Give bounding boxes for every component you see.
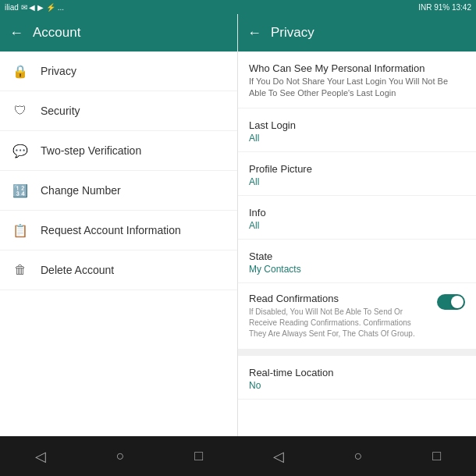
right-content: Who Can See My Personal Information If Y… bbox=[238, 52, 476, 436]
right-panel-title: Privacy bbox=[271, 25, 314, 41]
realtime-location-value: No bbox=[249, 380, 465, 391]
nav-home-button[interactable]: ○ bbox=[104, 442, 137, 471]
left-header: ← Account bbox=[0, 14, 237, 52]
sidebar-item-two-step[interactable]: 💬 Two-step Verification bbox=[0, 131, 237, 171]
nav-home-button-2[interactable]: ○ bbox=[342, 442, 375, 471]
read-confirmations-desc: If Disabled, You Will Not Be Able To Sen… bbox=[249, 307, 429, 339]
two-step-label: Two-step Verification bbox=[41, 144, 141, 157]
info-title: Info bbox=[249, 207, 465, 218]
nav-recent-button-2[interactable]: □ bbox=[420, 442, 453, 471]
last-login-title: Last Login bbox=[249, 119, 465, 131]
read-confirmations-title: Read Confirmations bbox=[249, 293, 429, 304]
profile-picture-section[interactable]: Profile Picture All bbox=[238, 152, 476, 196]
privacy-label: Privacy bbox=[41, 65, 76, 77]
request-info-label: Request Account Information bbox=[41, 224, 181, 236]
sidebar-item-change-number[interactable]: 🔢 Change Number bbox=[0, 171, 237, 211]
nav-back-button[interactable]: ◁ bbox=[23, 442, 59, 471]
security-icon: 🛡 bbox=[11, 101, 30, 120]
two-step-icon: 💬 bbox=[11, 141, 30, 160]
left-menu: 🔒 Privacy 🛡 Security 💬 Two-step Verifica… bbox=[0, 52, 237, 436]
right-back-button[interactable]: ← bbox=[247, 25, 261, 41]
main-container: ← Account 🔒 Privacy 🛡 Security 💬 Two-ste… bbox=[0, 14, 476, 436]
info-value: All bbox=[249, 220, 465, 231]
delete-account-label: Delete Account bbox=[41, 264, 114, 276]
right-panel: ← Privacy Who Can See My Personal Inform… bbox=[238, 14, 476, 436]
realtime-location-title: Real-time Location bbox=[249, 367, 465, 378]
last-login-section[interactable]: Last Login All bbox=[238, 108, 476, 152]
nav-back-button-2[interactable]: ◁ bbox=[261, 442, 297, 471]
profile-picture-value: All bbox=[249, 176, 465, 187]
read-confirmations-toggle[interactable] bbox=[437, 294, 465, 310]
left-panel: ← Account 🔒 Privacy 🛡 Security 💬 Two-ste… bbox=[0, 14, 238, 436]
status-right: INR 91% 13:42 bbox=[418, 3, 471, 12]
profile-picture-title: Profile Picture bbox=[249, 163, 465, 175]
security-label: Security bbox=[41, 105, 80, 117]
left-panel-title: Account bbox=[33, 25, 80, 41]
sidebar-item-security[interactable]: 🛡 Security bbox=[0, 91, 237, 131]
last-login-value: All bbox=[249, 133, 465, 144]
realtime-location-section[interactable]: Real-time Location No bbox=[238, 356, 476, 400]
read-confirmations-row[interactable]: Read Confirmations If Disabled, You Will… bbox=[238, 283, 476, 350]
delete-account-icon: 🗑 bbox=[11, 261, 30, 279]
change-number-icon: 🔢 bbox=[11, 181, 30, 200]
bottom-nav: ◁ ○ □ ◁ ○ □ bbox=[0, 436, 476, 476]
request-info-icon: 📋 bbox=[11, 221, 30, 240]
sidebar-item-privacy[interactable]: 🔒 Privacy bbox=[0, 52, 237, 91]
nav-recent-button[interactable]: □ bbox=[182, 442, 215, 471]
state-title: State bbox=[249, 250, 465, 262]
status-left: iliad ✉ ◀ ▶ ⚡ ... bbox=[5, 3, 64, 12]
left-back-button[interactable]: ← bbox=[9, 25, 23, 41]
right-header: ← Privacy bbox=[238, 14, 476, 52]
toggle-content: Read Confirmations If Disabled, You Will… bbox=[249, 293, 429, 339]
change-number-label: Change Number bbox=[41, 184, 121, 197]
state-value: My Contacts bbox=[249, 264, 465, 275]
section-divider bbox=[238, 350, 476, 356]
who-can-see-section: Who Can See My Personal Information If Y… bbox=[238, 52, 476, 108]
status-bar: iliad ✉ ◀ ▶ ⚡ ... INR 91% 13:42 bbox=[0, 0, 476, 14]
sidebar-item-delete-account[interactable]: 🗑 Delete Account bbox=[0, 250, 237, 290]
info-section[interactable]: Info All bbox=[238, 196, 476, 240]
state-section[interactable]: State My Contacts bbox=[238, 240, 476, 283]
who-can-see-desc: If You Do Not Share Your Last Login You … bbox=[249, 76, 465, 100]
who-can-see-title: Who Can See My Personal Information bbox=[249, 62, 465, 74]
status-right-text: INR 91% 13:42 bbox=[418, 3, 471, 12]
status-left-text: iliad ✉ ◀ ▶ ⚡ ... bbox=[5, 3, 64, 12]
privacy-icon: 🔒 bbox=[11, 62, 30, 80]
sidebar-item-request-info[interactable]: 📋 Request Account Information bbox=[0, 211, 237, 250]
